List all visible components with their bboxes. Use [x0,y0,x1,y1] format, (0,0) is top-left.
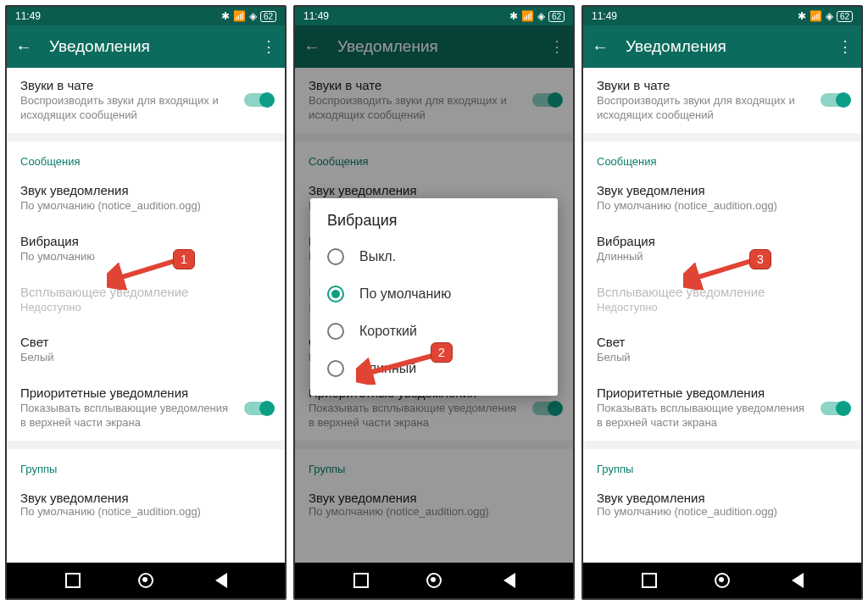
wifi-icon: ◈ [537,10,545,22]
signal-icon: 📶 [233,10,246,22]
battery-indicator: 62 [260,11,276,22]
phone-screen-1: 11:49 ✱ 📶 ◈ 62 ← Уведомления ⋮ Звуки в ч… [5,5,287,600]
battery-indicator: 62 [837,11,853,22]
dialog-option-off[interactable]: Выкл. [310,238,558,275]
more-icon[interactable]: ⋮ [261,37,276,56]
chat-sounds-desc: Воспроизводить звуки для входящих и исхо… [597,94,810,123]
section-groups: Группы [583,449,861,480]
back-icon[interactable]: ← [15,37,32,57]
nav-home-icon[interactable] [138,573,153,588]
appbar-title: Уведомления [626,37,821,56]
section-groups: Группы [7,449,285,480]
group-sound-desc: По умолчанию (notice_audition.ogg) [7,505,285,523]
chat-sounds-toggle[interactable] [244,93,273,107]
chat-sounds-title: Звуки в чате [20,78,234,92]
popup-desc: Недоступно [20,301,271,315]
annotation-arrow-2 [356,351,441,385]
annotation-arrow-1 [107,256,183,290]
bluetooth-icon: ✱ [221,10,230,22]
light-title: Свет [20,335,271,349]
option-label: Выкл. [359,249,396,264]
chat-sounds-title: Звуки в чате [597,78,810,92]
group-sound-title: Звук уведомления [20,491,271,505]
option-label: Короткий [359,324,417,339]
dialog-title: Вибрация [310,212,558,238]
light-desc: Белый [20,351,271,365]
divider [583,441,861,449]
more-icon[interactable]: ⋮ [837,37,853,56]
divider [7,133,285,142]
settings-content: Звуки в чате Воспроизводить звуки для вх… [7,68,285,563]
wifi-icon: ◈ [826,10,833,22]
nav-bar [583,563,861,598]
nav-back-icon[interactable] [500,573,515,588]
svg-line-0 [114,261,175,280]
priority-row[interactable]: Приоритетные уведомления Показывать вспл… [7,375,285,441]
bluetooth-icon: ✱ [509,10,518,22]
notif-sound-desc: По умолчанию (notice_audition.ogg) [20,199,271,214]
status-time: 11:49 [592,10,617,22]
svg-line-2 [690,261,751,280]
nav-home-icon[interactable] [426,573,442,588]
chat-sounds-row[interactable]: Звуки в чате Воспроизводить звуки для вх… [583,68,861,133]
option-label: По умолчанию [359,286,451,302]
nav-recent-icon[interactable] [642,573,657,588]
radio-icon [327,248,344,265]
nav-back-icon[interactable] [788,573,804,588]
chat-sounds-desc: Воспроизводить звуки для входящих и исхо… [20,94,234,123]
nav-recent-icon[interactable] [65,573,81,588]
light-row[interactable]: Свет Белый [583,325,861,375]
signal-icon: 📶 [521,10,534,22]
signal-icon: 📶 [810,10,822,22]
notification-sound-row[interactable]: Звук уведомления По умолчанию (notice_au… [583,173,861,224]
vibration-title: Вибрация [20,234,271,248]
back-icon[interactable]: ← [592,37,609,57]
status-time: 11:49 [15,10,41,22]
chat-sounds-row[interactable]: Звуки в чате Воспроизводить звуки для вх… [7,68,285,133]
radio-selected-icon [327,286,344,302]
wifi-icon: ◈ [249,10,257,22]
divider [583,133,861,142]
group-sound-row[interactable]: Звук уведомления [583,480,861,505]
nav-bar [295,563,573,598]
status-bar: 11:49 ✱ 📶 ◈ 62 [583,7,861,25]
notif-sound-title: Звук уведомления [20,183,271,197]
notification-sound-row[interactable]: Звук уведомления По умолчанию (notice_au… [7,173,285,224]
bluetooth-icon: ✱ [798,10,806,22]
section-messages: Сообщения [583,142,861,173]
annotation-badge-1: 1 [173,249,195,269]
annotation-arrow-3 [683,256,760,290]
radio-icon [327,323,344,340]
divider [7,441,285,449]
nav-recent-icon[interactable] [353,573,369,588]
priority-row[interactable]: Приоритетные уведомления Показывать вспл… [583,375,861,441]
battery-indicator: 62 [548,11,565,22]
nav-back-icon[interactable] [212,573,227,588]
status-bar: 11:49 ✱ 📶 ◈ 62 [7,7,285,25]
priority-title: Приоритетные уведомления [20,386,234,400]
app-bar: ← Уведомления ⋮ [583,25,861,68]
light-row[interactable]: Свет Белый [7,325,285,375]
svg-line-1 [363,356,432,375]
nav-home-icon[interactable] [715,573,730,588]
annotation-badge-3: 3 [749,249,771,269]
phone-screen-3: 11:49 ✱ 📶 ◈ 62 ← Уведомления ⋮ Звуки в ч… [581,5,863,600]
nav-bar [7,563,285,598]
section-messages: Сообщения [7,142,285,173]
radio-icon [327,360,344,377]
group-sound-row[interactable]: Звук уведомления [7,480,285,505]
app-bar: ← Уведомления ⋮ [7,25,285,68]
status-time: 11:49 [303,10,329,22]
priority-toggle[interactable] [244,402,273,415]
phone-screen-2: 11:49 ✱ 📶 ◈ 62 ← Уведомления ⋮ Звуки в ч… [293,5,575,600]
settings-content: Звуки в чате Воспроизводить звуки для вх… [583,68,861,563]
annotation-badge-2: 2 [431,342,453,363]
priority-toggle[interactable] [821,402,849,415]
priority-desc: Показывать всплывающие уведомления в вер… [20,402,234,430]
dialog-option-default[interactable]: По умолчанию [310,275,558,313]
chat-sounds-toggle[interactable] [821,93,849,107]
appbar-title: Уведомления [49,37,244,56]
status-bar: 11:49 ✱ 📶 ◈ 62 [295,7,573,25]
